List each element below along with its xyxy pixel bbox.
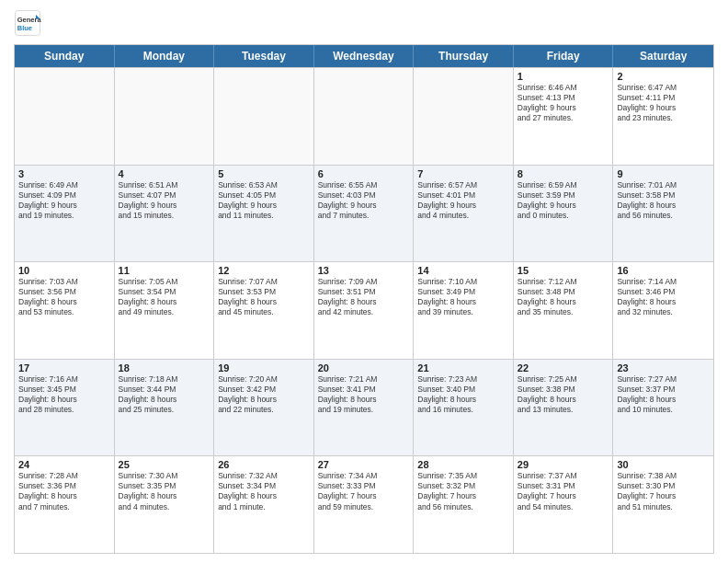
cal-cell-r4-c4: 28Sunrise: 7:35 AM Sunset: 3:32 PM Dayli… bbox=[414, 456, 514, 553]
cal-cell-r0-c5: 1Sunrise: 6:46 AM Sunset: 4:13 PM Daylig… bbox=[514, 68, 614, 165]
day-info: Sunrise: 7:34 AM Sunset: 3:33 PM Dayligh… bbox=[318, 471, 410, 511]
cal-cell-r0-c4 bbox=[414, 68, 514, 165]
day-info: Sunrise: 6:53 AM Sunset: 4:05 PM Dayligh… bbox=[218, 180, 310, 221]
calendar-row-4: 17Sunrise: 7:16 AM Sunset: 3:45 PM Dayli… bbox=[15, 359, 713, 456]
cal-cell-r3-c1: 18Sunrise: 7:18 AM Sunset: 3:44 PM Dayli… bbox=[115, 360, 215, 456]
day-number: 22 bbox=[518, 362, 609, 373]
cal-cell-r4-c2: 26Sunrise: 7:32 AM Sunset: 3:34 PM Dayli… bbox=[214, 456, 314, 553]
cal-cell-r4-c6: 30Sunrise: 7:38 AM Sunset: 3:30 PM Dayli… bbox=[613, 456, 713, 553]
cal-cell-r3-c0: 17Sunrise: 7:16 AM Sunset: 3:45 PM Dayli… bbox=[15, 360, 115, 456]
day-info: Sunrise: 6:55 AM Sunset: 4:03 PM Dayligh… bbox=[318, 180, 410, 221]
cal-cell-r0-c1 bbox=[115, 68, 215, 165]
day-number: 4 bbox=[119, 168, 210, 179]
calendar: SundayMondayTuesdayWednesdayThursdayFrid… bbox=[14, 44, 714, 554]
day-info: Sunrise: 6:49 AM Sunset: 4:09 PM Dayligh… bbox=[18, 180, 110, 221]
day-info: Sunrise: 7:01 AM Sunset: 3:58 PM Dayligh… bbox=[617, 180, 710, 221]
day-info: Sunrise: 7:05 AM Sunset: 3:54 PM Dayligh… bbox=[119, 277, 210, 317]
day-info: Sunrise: 7:16 AM Sunset: 3:45 PM Dayligh… bbox=[18, 374, 110, 415]
day-number: 16 bbox=[617, 265, 710, 276]
cal-cell-r3-c6: 23Sunrise: 7:27 AM Sunset: 3:37 PM Dayli… bbox=[613, 360, 713, 456]
day-info: Sunrise: 7:03 AM Sunset: 3:56 PM Dayligh… bbox=[18, 277, 110, 317]
day-number: 2 bbox=[617, 71, 710, 82]
day-info: Sunrise: 7:10 AM Sunset: 3:49 PM Dayligh… bbox=[417, 277, 509, 317]
day-number: 10 bbox=[18, 265, 110, 276]
svg-text:General: General bbox=[17, 16, 41, 24]
day-info: Sunrise: 7:18 AM Sunset: 3:44 PM Dayligh… bbox=[119, 374, 210, 415]
svg-text:Blue: Blue bbox=[17, 24, 32, 32]
day-info: Sunrise: 7:12 AM Sunset: 3:48 PM Dayligh… bbox=[518, 277, 609, 317]
weekday-header-monday: Monday bbox=[115, 45, 215, 67]
day-number: 19 bbox=[218, 362, 310, 373]
day-info: Sunrise: 7:32 AM Sunset: 3:34 PM Dayligh… bbox=[218, 471, 310, 511]
day-info: Sunrise: 7:09 AM Sunset: 3:51 PM Dayligh… bbox=[318, 277, 410, 317]
day-number: 7 bbox=[417, 168, 509, 179]
calendar-body: 1Sunrise: 6:46 AM Sunset: 4:13 PM Daylig… bbox=[15, 67, 713, 553]
day-number: 30 bbox=[617, 459, 710, 470]
cal-cell-r1-c5: 8Sunrise: 6:59 AM Sunset: 3:59 PM Daylig… bbox=[514, 166, 614, 262]
day-number: 8 bbox=[518, 168, 609, 179]
day-info: Sunrise: 6:46 AM Sunset: 4:13 PM Dayligh… bbox=[518, 83, 609, 123]
cal-cell-r4-c5: 29Sunrise: 7:37 AM Sunset: 3:31 PM Dayli… bbox=[514, 456, 614, 553]
cal-cell-r1-c1: 4Sunrise: 6:51 AM Sunset: 4:07 PM Daylig… bbox=[115, 166, 215, 262]
cal-cell-r1-c3: 6Sunrise: 6:55 AM Sunset: 4:03 PM Daylig… bbox=[314, 166, 415, 262]
cal-cell-r0-c0 bbox=[15, 68, 115, 165]
cal-cell-r2-c4: 14Sunrise: 7:10 AM Sunset: 3:49 PM Dayli… bbox=[414, 262, 514, 359]
cal-cell-r2-c3: 13Sunrise: 7:09 AM Sunset: 3:51 PM Dayli… bbox=[314, 262, 415, 359]
day-number: 15 bbox=[518, 265, 609, 276]
day-number: 5 bbox=[218, 168, 310, 179]
day-info: Sunrise: 7:28 AM Sunset: 3:36 PM Dayligh… bbox=[18, 471, 110, 511]
cal-cell-r2-c1: 11Sunrise: 7:05 AM Sunset: 3:54 PM Dayli… bbox=[115, 262, 215, 359]
day-number: 6 bbox=[318, 168, 410, 179]
cal-cell-r2-c5: 15Sunrise: 7:12 AM Sunset: 3:48 PM Dayli… bbox=[514, 262, 614, 359]
cal-cell-r2-c0: 10Sunrise: 7:03 AM Sunset: 3:56 PM Dayli… bbox=[15, 262, 115, 359]
cal-cell-r1-c0: 3Sunrise: 6:49 AM Sunset: 4:09 PM Daylig… bbox=[15, 166, 115, 262]
calendar-row-5: 24Sunrise: 7:28 AM Sunset: 3:36 PM Dayli… bbox=[15, 455, 713, 553]
day-info: Sunrise: 7:27 AM Sunset: 3:37 PM Dayligh… bbox=[617, 374, 710, 415]
day-number: 21 bbox=[417, 362, 509, 373]
day-info: Sunrise: 7:21 AM Sunset: 3:41 PM Dayligh… bbox=[318, 374, 410, 415]
day-info: Sunrise: 7:23 AM Sunset: 3:40 PM Dayligh… bbox=[417, 374, 509, 415]
cal-cell-r3-c3: 20Sunrise: 7:21 AM Sunset: 3:41 PM Dayli… bbox=[314, 360, 415, 456]
cal-cell-r4-c0: 24Sunrise: 7:28 AM Sunset: 3:36 PM Dayli… bbox=[15, 456, 115, 553]
day-number: 27 bbox=[318, 459, 410, 470]
day-info: Sunrise: 7:37 AM Sunset: 3:31 PM Dayligh… bbox=[518, 471, 609, 511]
day-info: Sunrise: 6:59 AM Sunset: 3:59 PM Dayligh… bbox=[518, 180, 609, 221]
day-number: 1 bbox=[518, 71, 609, 82]
day-info: Sunrise: 7:20 AM Sunset: 3:42 PM Dayligh… bbox=[218, 374, 310, 415]
day-number: 13 bbox=[318, 265, 410, 276]
day-number: 14 bbox=[417, 265, 509, 276]
logo: General Blue bbox=[14, 9, 45, 37]
day-number: 17 bbox=[18, 362, 110, 373]
weekday-header-wednesday: Wednesday bbox=[314, 45, 415, 67]
cal-cell-r4-c3: 27Sunrise: 7:34 AM Sunset: 3:33 PM Dayli… bbox=[314, 456, 415, 553]
day-number: 11 bbox=[119, 265, 210, 276]
cal-cell-r3-c2: 19Sunrise: 7:20 AM Sunset: 3:42 PM Dayli… bbox=[214, 360, 314, 456]
cal-cell-r0-c3 bbox=[314, 68, 415, 165]
calendar-row-1: 1Sunrise: 6:46 AM Sunset: 4:13 PM Daylig… bbox=[15, 67, 713, 165]
cal-cell-r4-c1: 25Sunrise: 7:30 AM Sunset: 3:35 PM Dayli… bbox=[115, 456, 215, 553]
day-number: 20 bbox=[318, 362, 410, 373]
weekday-header-sunday: Sunday bbox=[15, 45, 115, 67]
day-info: Sunrise: 7:30 AM Sunset: 3:35 PM Dayligh… bbox=[119, 471, 210, 511]
cal-cell-r1-c2: 5Sunrise: 6:53 AM Sunset: 4:05 PM Daylig… bbox=[214, 166, 314, 262]
day-number: 25 bbox=[119, 459, 210, 470]
day-number: 12 bbox=[218, 265, 310, 276]
cal-cell-r3-c5: 22Sunrise: 7:25 AM Sunset: 3:38 PM Dayli… bbox=[514, 360, 614, 456]
day-number: 23 bbox=[617, 362, 710, 373]
day-info: Sunrise: 6:51 AM Sunset: 4:07 PM Dayligh… bbox=[119, 180, 210, 221]
day-info: Sunrise: 7:14 AM Sunset: 3:46 PM Dayligh… bbox=[617, 277, 710, 317]
day-info: Sunrise: 6:57 AM Sunset: 4:01 PM Dayligh… bbox=[417, 180, 509, 221]
day-number: 9 bbox=[617, 168, 710, 179]
cal-cell-r2-c2: 12Sunrise: 7:07 AM Sunset: 3:53 PM Dayli… bbox=[214, 262, 314, 359]
day-number: 28 bbox=[417, 459, 509, 470]
day-number: 24 bbox=[18, 459, 110, 470]
weekday-header-friday: Friday bbox=[514, 45, 614, 67]
day-number: 18 bbox=[119, 362, 210, 373]
day-number: 26 bbox=[218, 459, 310, 470]
day-info: Sunrise: 7:38 AM Sunset: 3:30 PM Dayligh… bbox=[617, 471, 710, 511]
cal-cell-r3-c4: 21Sunrise: 7:23 AM Sunset: 3:40 PM Dayli… bbox=[414, 360, 514, 456]
day-number: 3 bbox=[18, 168, 110, 179]
calendar-row-2: 3Sunrise: 6:49 AM Sunset: 4:09 PM Daylig… bbox=[15, 165, 713, 262]
day-info: Sunrise: 7:25 AM Sunset: 3:38 PM Dayligh… bbox=[518, 374, 609, 415]
cal-cell-r1-c6: 9Sunrise: 7:01 AM Sunset: 3:58 PM Daylig… bbox=[613, 166, 713, 262]
